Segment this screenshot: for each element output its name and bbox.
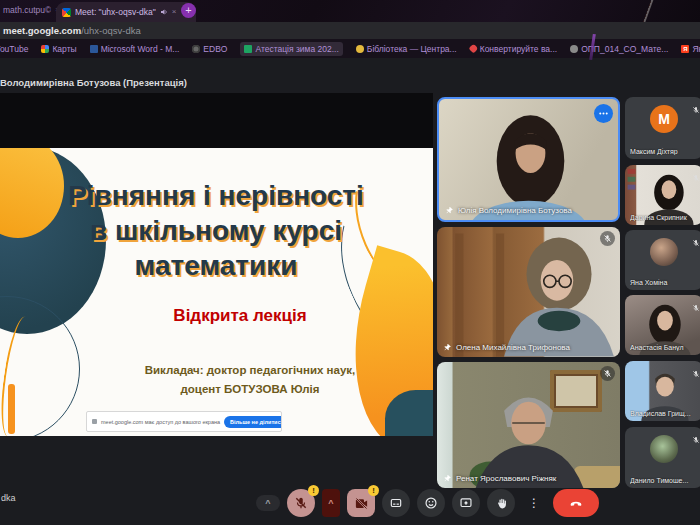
bookmark-convert[interactable]: Конвертируйте ва... xyxy=(470,44,557,54)
smiley-icon xyxy=(424,496,438,510)
warning-badge: ! xyxy=(308,485,319,496)
share-message: meet.google.com має доступ до вашого екр… xyxy=(101,419,220,425)
meeting-code: dka xyxy=(1,493,16,503)
captions-button[interactable] xyxy=(382,489,410,517)
lecturer-line: доцент БОТУЗОВА Юлія xyxy=(60,380,433,399)
close-icon[interactable]: × xyxy=(172,8,177,16)
participant-tile-hryshchenko[interactable]: Владислав Грищ... xyxy=(625,361,700,421)
warning-badge: ! xyxy=(368,485,379,496)
avatar xyxy=(650,435,678,463)
theme-streak xyxy=(643,0,655,23)
screen-icon xyxy=(92,419,97,424)
participant-name: Анастасія Банул xyxy=(630,344,700,351)
globe-icon xyxy=(192,45,200,53)
word-icon xyxy=(90,45,98,53)
mic-off-icon xyxy=(294,496,308,510)
avatar xyxy=(650,238,678,266)
reactions-button[interactable] xyxy=(417,489,445,517)
yandex-icon: Я xyxy=(681,45,689,53)
bookmark-opp[interactable]: ОПП_014_CO_Мате... xyxy=(570,44,668,54)
participant-name: Данило Тимоше... xyxy=(630,477,700,484)
end-call-button[interactable] xyxy=(553,489,599,517)
raise-hand-button[interactable] xyxy=(487,489,515,517)
participant-tile-khomina[interactable]: Яна Хоміна xyxy=(625,230,700,290)
participant-tile-dikhtiar[interactable]: М Максим Діхтяр xyxy=(625,97,700,159)
participant-name: Максим Діхтяр xyxy=(630,148,700,155)
participant-name: Ренат Ярославович Ріжняк xyxy=(456,474,556,483)
bookmark-word[interactable]: Microsoft Word - M... xyxy=(90,44,180,54)
mic-muted-icon xyxy=(692,168,700,186)
present-screen-button[interactable] xyxy=(452,489,480,517)
camera-button[interactable]: ! xyxy=(347,489,375,517)
camera-options-chevron[interactable]: ^ xyxy=(322,489,340,517)
new-tab-button[interactable]: + xyxy=(181,3,196,18)
url-path: /uhx-oqsv-dka xyxy=(81,25,141,36)
mic-muted-icon xyxy=(692,364,700,382)
present-icon xyxy=(459,496,473,510)
participant-tile-tryfonova[interactable]: Олена Михайлівна Трифонова xyxy=(437,227,620,357)
tile-more-options-button[interactable] xyxy=(594,104,613,123)
shared-presentation-slide[interactable]: Рівняння і нерівності в шкільному курсі … xyxy=(0,148,433,436)
bookmark-label: Конвертируйте ва... xyxy=(480,44,557,54)
slide-decor-orange-bar xyxy=(8,384,15,434)
url-domain: meet.google.com xyxy=(3,25,81,36)
participant-name: Яна Хоміна xyxy=(630,279,700,286)
pin-icon xyxy=(443,343,452,352)
end-call-icon xyxy=(568,495,584,511)
tab-label: math.cutpu© xyxy=(3,5,51,15)
stop-sharing-button[interactable]: Більше не ділитися xyxy=(224,416,282,428)
tab-strip: math.cutpu© × Meet: "uhx-oqsv-dka" × + xyxy=(0,0,700,22)
meet-logo-icon xyxy=(62,8,71,17)
chevron-up-button[interactable]: ^ xyxy=(256,495,280,511)
tab-meet[interactable]: Meet: "uhx-oqsv-dka" × xyxy=(56,2,196,22)
bookmark-label: EDBO xyxy=(203,44,227,54)
participant-video xyxy=(439,99,618,220)
mic-muted-icon xyxy=(600,231,615,246)
pin-icon xyxy=(443,474,452,483)
slide-title-line: математики xyxy=(6,248,426,283)
participant-name: Дарина Скрипник xyxy=(630,214,700,221)
captions-icon xyxy=(389,496,403,510)
participant-name: Олена Михайлівна Трифонова xyxy=(456,343,570,352)
bookmark-maps[interactable]: Карты xyxy=(41,44,76,54)
more-horizontal-icon xyxy=(598,108,609,119)
participant-name: Юлія Володимирівна Ботузова xyxy=(458,206,572,215)
participant-tile-banul[interactable]: Анастасія Банул xyxy=(625,295,700,355)
slide-title-line: в шкільному курсі xyxy=(6,213,426,248)
pin-icon xyxy=(445,206,454,215)
bookmark-library[interactable]: Бібліотека — Центра... xyxy=(356,44,457,54)
participant-name-tag: Ренат Ярославович Ріжняк xyxy=(443,474,556,483)
tab-math[interactable]: math.cutpu© × xyxy=(3,5,60,15)
bookmark-atestacia[interactable]: Атестація зима 202... xyxy=(240,42,342,56)
camera-off-icon xyxy=(354,496,369,511)
avatar: М xyxy=(650,105,678,133)
bookmark-label: Microsoft Word - M... xyxy=(101,44,180,54)
slide-subtitle: Відкрита лекція xyxy=(40,306,433,326)
bookmark-yandex[interactable]: ЯЯндекс xyxy=(681,44,700,54)
stage-letterbox xyxy=(0,93,433,148)
bookmark-label: Карты xyxy=(52,44,76,54)
document-icon xyxy=(570,45,578,53)
participant-tile-botuzova[interactable]: Юлія Володимирівна Ботузова xyxy=(437,97,620,222)
maps-icon xyxy=(41,45,49,53)
participant-name: Владислав Грищ... xyxy=(630,410,700,417)
bookmark-edbo[interactable]: EDBO xyxy=(192,44,227,54)
mic-muted-icon xyxy=(692,430,700,448)
bookmark-youtube[interactable]: YouTube xyxy=(0,44,28,54)
participant-tile-tymoshenko[interactable]: Данило Тимоше... xyxy=(625,427,700,488)
bookmarks-bar: YouTube Карты Microsoft Word - M... EDBO… xyxy=(0,39,700,58)
presentation-banner: Володимирівна Ботузова (Презентація) xyxy=(0,77,187,88)
more-options-button[interactable]: ⋮ xyxy=(522,489,546,517)
library-icon xyxy=(356,45,364,53)
browser-window: math.cutpu© × Meet: "uhx-oqsv-dka" × + m… xyxy=(0,0,700,525)
audio-playing-icon xyxy=(160,8,168,16)
participant-video xyxy=(437,227,620,357)
mic-button[interactable]: ! xyxy=(287,489,315,517)
hand-icon xyxy=(495,497,508,510)
participant-tile-rizhniak[interactable]: Ренат Ярославович Ріжняк xyxy=(437,362,620,488)
mic-muted-icon xyxy=(692,298,700,316)
participant-tile-skrypnyk[interactable]: Дарина Скрипник xyxy=(625,165,700,225)
participant-video xyxy=(437,362,620,488)
bookmark-label: YouTube xyxy=(0,44,28,54)
bookmark-label: Атестація зима 202... xyxy=(255,44,338,54)
